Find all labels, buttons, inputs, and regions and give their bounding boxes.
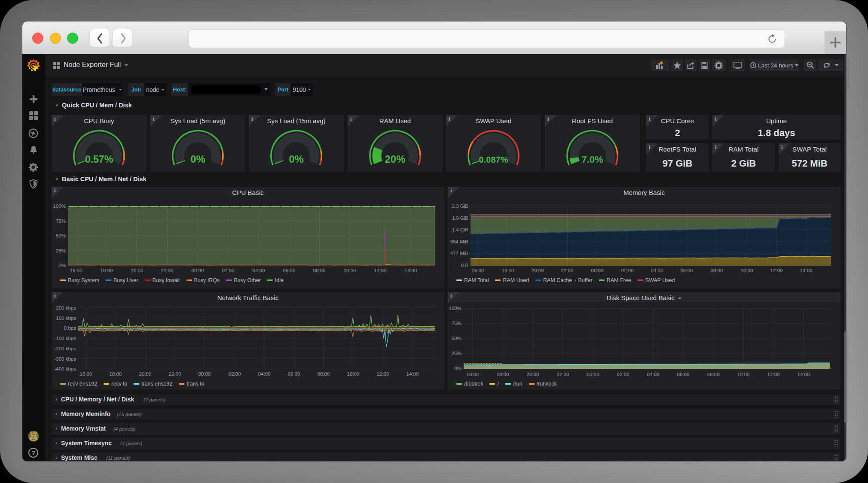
svg-text:04:00: 04:00 <box>647 372 660 377</box>
svg-text:12:00: 12:00 <box>767 372 780 377</box>
svg-text:0%: 0% <box>289 153 304 165</box>
svg-text:2.3 GiB: 2.3 GiB <box>452 204 469 209</box>
svg-text:02:00: 02:00 <box>621 268 634 273</box>
svg-text:08:00: 08:00 <box>711 268 723 273</box>
svg-text:25%: 25% <box>56 248 66 253</box>
svg-text:-300 kbps: -300 kbps <box>54 356 76 361</box>
svg-text:0.087%: 0.087% <box>479 155 508 164</box>
svg-text:02:00: 02:00 <box>229 371 241 377</box>
svg-text:04:00: 04:00 <box>651 268 663 273</box>
svg-text:14:00: 14:00 <box>798 372 810 377</box>
svg-text:-100 kbps: -100 kbps <box>54 336 76 341</box>
svg-text:75%: 75% <box>56 219 66 224</box>
svg-text:18:00: 18:00 <box>502 268 514 273</box>
svg-text:06:00: 06:00 <box>677 372 690 377</box>
svg-text:10:00: 10:00 <box>737 372 750 377</box>
svg-text:477 MiB: 477 MiB <box>450 251 469 256</box>
svg-text:02:00: 02:00 <box>222 268 235 273</box>
svg-text:12:00: 12:00 <box>770 268 783 273</box>
svg-text:0%: 0% <box>58 263 66 268</box>
svg-text:16:00: 16:00 <box>70 268 83 273</box>
svg-text:20:00: 20:00 <box>527 372 539 377</box>
svg-text:12:00: 12:00 <box>374 268 387 273</box>
svg-text:06:00: 06:00 <box>283 268 296 273</box>
svg-text:200 kbps: 200 kbps <box>56 305 76 310</box>
svg-text:08:00: 08:00 <box>707 372 720 377</box>
svg-text:100 kbps: 100 kbps <box>56 316 76 321</box>
svg-text:14:00: 14:00 <box>800 268 813 273</box>
svg-text:100%: 100% <box>449 306 462 311</box>
svg-text:7.0%: 7.0% <box>581 154 603 165</box>
svg-text:954 MiB: 954 MiB <box>450 239 469 244</box>
svg-text:00:00: 00:00 <box>199 371 211 377</box>
svg-text:10:00: 10:00 <box>347 371 360 377</box>
svg-text:-200 kbps: -200 kbps <box>54 346 76 351</box>
svg-text:00:00: 00:00 <box>192 268 204 273</box>
svg-text:20%: 20% <box>385 153 405 165</box>
svg-text:16:00: 16:00 <box>472 268 484 273</box>
svg-text:20:00: 20:00 <box>532 268 544 273</box>
svg-text:08:00: 08:00 <box>318 371 330 377</box>
svg-text:100%: 100% <box>53 204 66 209</box>
svg-text:75%: 75% <box>452 321 462 326</box>
svg-text:22:00: 22:00 <box>557 372 569 377</box>
svg-text:-400 kbps: -400 kbps <box>54 366 76 371</box>
svg-text:1.9 GiB: 1.9 GiB <box>452 216 469 221</box>
svg-text:18:00: 18:00 <box>497 372 509 377</box>
svg-text:06:00: 06:00 <box>288 371 300 377</box>
svg-text:00:00: 00:00 <box>591 268 604 273</box>
svg-text:16:00: 16:00 <box>80 371 92 377</box>
svg-text:02:00: 02:00 <box>617 372 630 377</box>
svg-text:10:00: 10:00 <box>741 268 753 273</box>
svg-text:1.4 GiB: 1.4 GiB <box>452 227 469 232</box>
svg-text:25%: 25% <box>452 351 462 356</box>
svg-text:10:00: 10:00 <box>344 268 356 273</box>
svg-text:04:00: 04:00 <box>258 371 271 377</box>
svg-text:12:00: 12:00 <box>377 371 389 377</box>
svg-text:50%: 50% <box>452 336 462 341</box>
svg-text:0.57%: 0.57% <box>85 154 113 165</box>
svg-text:22:00: 22:00 <box>561 268 574 273</box>
svg-text:14:00: 14:00 <box>405 268 417 273</box>
svg-text:18:00: 18:00 <box>110 371 122 377</box>
svg-text:06:00: 06:00 <box>681 268 693 273</box>
svg-text:0%: 0% <box>454 366 462 371</box>
svg-text:08:00: 08:00 <box>313 268 326 273</box>
svg-text:04:00: 04:00 <box>253 268 265 273</box>
svg-text:20:00: 20:00 <box>139 371 152 377</box>
svg-text:22:00: 22:00 <box>169 371 181 377</box>
svg-text:0 bps: 0 bps <box>64 325 76 331</box>
svg-text:0 B: 0 B <box>461 263 469 268</box>
svg-text:22:00: 22:00 <box>161 268 174 273</box>
svg-text:20:00: 20:00 <box>131 268 144 273</box>
svg-text:16:00: 16:00 <box>467 372 479 377</box>
svg-text:14:00: 14:00 <box>406 371 419 377</box>
svg-text:00:00: 00:00 <box>587 372 599 377</box>
svg-text:18:00: 18:00 <box>101 268 113 273</box>
svg-text:0%: 0% <box>190 153 205 165</box>
svg-text:50%: 50% <box>56 233 66 238</box>
